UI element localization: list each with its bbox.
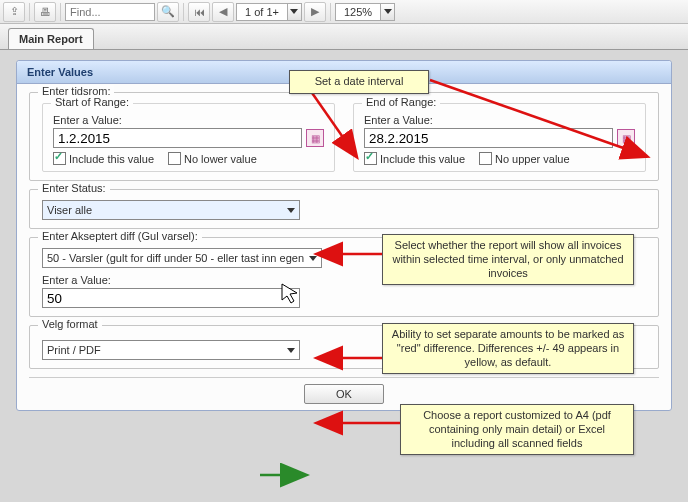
end-value-label: Enter a Value: xyxy=(364,114,635,126)
start-range-legend: Start of Range: xyxy=(51,96,133,108)
panel-format-legend: Velg format xyxy=(38,318,102,330)
tab-strip: Main Report xyxy=(0,24,688,50)
find-input[interactable] xyxy=(65,3,155,21)
next-page-icon[interactable]: ▶ xyxy=(304,2,326,22)
aksept-dropdown[interactable]: 50 - Varsler (gult for diff under 50 - e… xyxy=(42,248,322,268)
ok-button[interactable]: OK xyxy=(304,384,384,404)
prev-page-icon[interactable]: ◀ xyxy=(212,2,234,22)
start-date-input[interactable] xyxy=(53,128,302,148)
chevron-down-icon xyxy=(283,201,299,219)
end-range-legend: End of Range: xyxy=(362,96,440,108)
format-dropdown[interactable]: Print / PDF xyxy=(42,340,300,360)
calendar-icon[interactable]: ▦ xyxy=(306,129,324,147)
calendar-icon[interactable]: ▦ xyxy=(617,129,635,147)
aksept-value-input[interactable] xyxy=(42,288,300,308)
print-icon[interactable]: 🖶 xyxy=(34,2,56,22)
chevron-down-icon[interactable] xyxy=(287,4,301,20)
callout-aksept: Ability to set separate amounts to be ma… xyxy=(382,323,634,374)
tab-main-report[interactable]: Main Report xyxy=(8,28,94,49)
find-button-icon[interactable]: 🔍 xyxy=(157,2,179,22)
panel-status: Enter Status: Viser alle xyxy=(29,189,659,229)
callout-format: Choose a report customized to A4 (pdf co… xyxy=(400,404,634,455)
status-dropdown[interactable]: Viser alle xyxy=(42,200,300,220)
chevron-down-icon[interactable] xyxy=(380,4,394,20)
callout-status: Select whether the report will show all … xyxy=(382,234,634,285)
start-include-checkbox[interactable]: Include this value xyxy=(53,152,154,165)
export-icon[interactable]: ⇪ xyxy=(3,2,25,22)
panel-status-legend: Enter Status: xyxy=(38,182,110,194)
end-date-input[interactable] xyxy=(364,128,613,148)
group-start-range: Start of Range: Enter a Value: ▦ Include… xyxy=(42,103,335,172)
chevron-down-icon xyxy=(283,341,299,359)
chevron-down-icon xyxy=(305,249,321,267)
start-value-label: Enter a Value: xyxy=(53,114,324,126)
page-indicator[interactable]: 1 of 1+ xyxy=(236,3,302,21)
end-noupper-checkbox[interactable]: No upper value xyxy=(479,152,570,165)
panel-aksept-legend: Enter Akseptert diff (Gul varsel): xyxy=(38,230,202,242)
panel-tidsrom: Enter tidsrom: Start of Range: Enter a V… xyxy=(29,92,659,181)
callout-date-interval: Set a date interval xyxy=(289,70,429,94)
first-page-icon[interactable]: ⏮ xyxy=(188,2,210,22)
viewer-toolbar: ⇪ 🖶 🔍 ⏮ ◀ 1 of 1+ ▶ 125% xyxy=(0,0,688,24)
group-end-range: End of Range: Enter a Value: ▦ Include t… xyxy=(353,103,646,172)
zoom-selector[interactable]: 125% xyxy=(335,3,395,21)
start-nolower-checkbox[interactable]: No lower value xyxy=(168,152,257,165)
end-include-checkbox[interactable]: Include this value xyxy=(364,152,465,165)
